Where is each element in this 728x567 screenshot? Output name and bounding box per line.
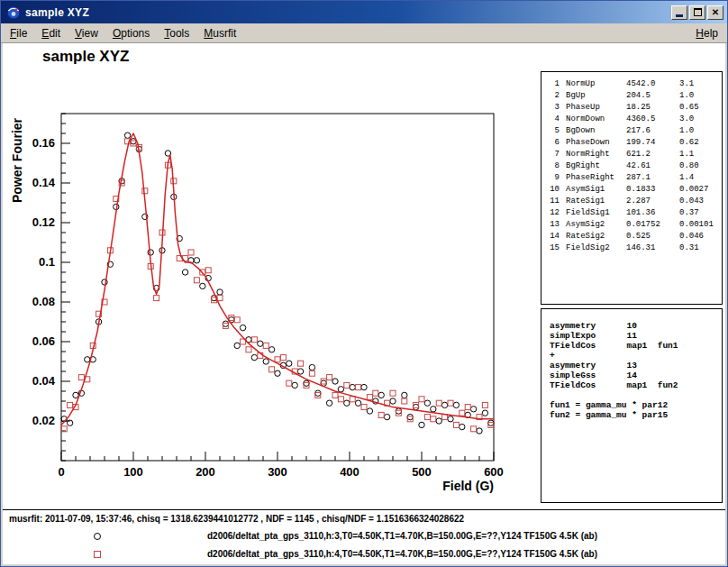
theory-line: TFieldCos map1 fun2 xyxy=(550,380,722,390)
data-point-circle xyxy=(390,398,396,404)
root-canvas[interactable]: sample XYZ 01002003004005006000.020.040.… xyxy=(3,43,725,564)
y-tick-label: 0.06 xyxy=(32,334,55,348)
data-point-square xyxy=(275,357,280,362)
data-point-circle xyxy=(182,270,187,275)
x-tick-label: 300 xyxy=(268,465,287,479)
data-point-square xyxy=(269,367,275,372)
x-tick-label: 500 xyxy=(412,465,432,479)
x-tick-label: 100 xyxy=(123,465,143,479)
menu-view[interactable]: View xyxy=(68,23,105,42)
theory-line: asymmetry 10 xyxy=(550,321,722,331)
data-point-circle xyxy=(355,400,360,406)
data-point-square xyxy=(424,415,430,420)
param-row: 4NormDown4360.53.0 xyxy=(548,114,722,125)
data-point-circle xyxy=(251,354,257,360)
menu-help[interactable]: Help xyxy=(688,23,725,42)
data-point-square xyxy=(350,397,355,402)
menu-options[interactable]: Options xyxy=(105,23,157,42)
data-point-square xyxy=(280,355,286,361)
circle-marker-icon xyxy=(94,533,101,540)
data-point-square xyxy=(453,422,459,427)
menu-edit[interactable]: Edit xyxy=(34,23,68,42)
theory-panel: asymmetry 10simplExpo 11TFieldCos map1 f… xyxy=(541,308,723,503)
maximize-button[interactable] xyxy=(689,5,705,20)
plot-frame xyxy=(61,114,494,461)
x-axis-title: Field (G) xyxy=(442,479,494,493)
data-point-square xyxy=(338,397,343,402)
x-tick-label: 600 xyxy=(484,465,504,479)
data-point-circle xyxy=(223,321,228,326)
data-point-circle xyxy=(332,379,338,384)
data-point-square xyxy=(142,188,148,194)
data-point-circle xyxy=(309,364,314,370)
square-marker-icon xyxy=(94,551,101,558)
app-icon xyxy=(6,5,21,20)
data-point-square xyxy=(373,390,378,396)
param-row: 2BgUp204.51.0 xyxy=(548,90,722,102)
param-row: 12FieldSig1101.360.37 xyxy=(548,207,722,219)
y-tick-label: 0.02 xyxy=(32,414,55,427)
minimize-icon xyxy=(676,14,683,17)
x-tick-label: 0 xyxy=(58,465,64,479)
data-point-square xyxy=(471,426,477,432)
legend-run-label: d2006/deltat_pta_gps_3110,h:3,T0=4.50K,T… xyxy=(207,531,597,541)
data-point-circle xyxy=(488,420,494,425)
data-point-square xyxy=(436,400,441,406)
data-point-circle xyxy=(436,418,441,424)
param-row: 5BgDown217.61.0 xyxy=(548,125,722,137)
theory-line: simplExpo 11 xyxy=(550,331,722,341)
x-tick-label: 200 xyxy=(196,465,215,479)
theory-line: fun2 = gamma_mu * par15 xyxy=(550,410,722,420)
theory-line xyxy=(550,390,722,400)
data-point-circle xyxy=(200,283,205,288)
data-point-square xyxy=(154,296,159,301)
data-point-circle xyxy=(315,390,321,396)
menubar-right: Help xyxy=(688,23,725,42)
menubar: FileEditViewOptionsToolsMusrfit Help xyxy=(1,23,727,43)
param-row: 15FieldSig2146.310.31 xyxy=(548,242,722,254)
data-point-circle xyxy=(263,359,268,364)
data-point-circle xyxy=(73,392,78,398)
minimize-button[interactable] xyxy=(671,5,687,20)
y-tick-label: 0.1 xyxy=(39,255,55,269)
menubar-left: FileEditViewOptionsToolsMusrfit xyxy=(3,23,688,42)
data-point-circle xyxy=(275,370,280,376)
data-point-square xyxy=(367,395,372,400)
data-point-square xyxy=(217,296,223,301)
data-point-circle xyxy=(338,387,343,392)
data-point-square xyxy=(327,375,332,380)
data-point-square xyxy=(378,412,384,417)
data-point-circle xyxy=(234,343,240,348)
fit-status-line: musrfit: 2011-07-09, 15:37:46, chisq = 1… xyxy=(9,514,464,524)
app-window: sample XYZ ✕ FileEditViewOptionsToolsMus… xyxy=(0,0,728,567)
menu-tools[interactable]: Tools xyxy=(157,23,196,42)
data-point-circle xyxy=(402,392,407,398)
data-point-square xyxy=(188,250,194,255)
data-point-circle xyxy=(344,400,350,406)
data-point-square xyxy=(251,337,257,343)
window-title: sample XYZ xyxy=(25,6,671,19)
menu-file[interactable]: File xyxy=(3,23,34,42)
data-point-circle xyxy=(460,424,465,429)
data-point-square xyxy=(194,278,199,283)
data-point-circle xyxy=(413,404,418,409)
param-row: 1NormUp4542.03.1 xyxy=(548,78,722,90)
data-point-circle xyxy=(448,416,453,422)
data-point-circle xyxy=(407,414,413,419)
menu-musrfit[interactable]: Musrfit xyxy=(196,23,243,42)
param-row: 10AsymSig10.18330.0027 xyxy=(548,184,722,196)
data-point-circle xyxy=(441,402,447,407)
data-point-square xyxy=(78,375,84,380)
data-point-circle xyxy=(361,384,367,389)
data-point-circle xyxy=(367,408,372,414)
data-point-square xyxy=(460,410,465,416)
data-point-circle xyxy=(292,382,297,388)
data-point-square xyxy=(361,405,367,410)
data-point-square xyxy=(246,347,251,352)
param-row: 9PhaseRight287.11.4 xyxy=(548,172,722,184)
data-point-square xyxy=(356,385,361,390)
data-point-circle xyxy=(470,407,476,412)
close-button[interactable]: ✕ xyxy=(707,5,723,20)
titlebar[interactable]: sample XYZ ✕ xyxy=(1,1,727,23)
theory-line: TFieldCos map1 fun1 xyxy=(550,341,722,351)
